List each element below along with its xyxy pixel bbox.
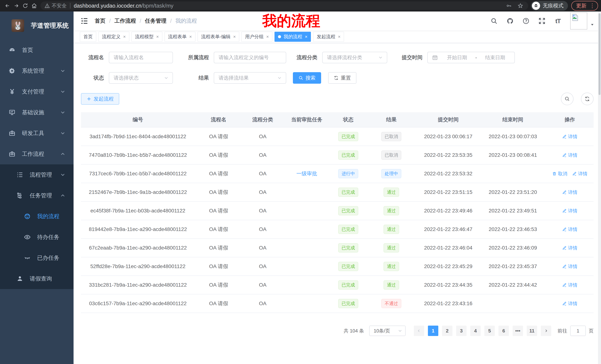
reset-button[interactable]: 重置 — [328, 72, 356, 84]
action-详情[interactable]: 详情 — [562, 301, 577, 307]
sidebar-item-首页[interactable]: 首页 — [0, 40, 74, 60]
tab-流程表单-编辑[interactable]: 流程表单-编辑 × — [198, 32, 239, 42]
cell-process-name: OA 请假 — [195, 263, 242, 270]
page-button-6[interactable]: 6 — [499, 326, 509, 336]
password-key-icon[interactable] — [505, 2, 513, 10]
filter-select[interactable]: 请选择状态 — [109, 72, 173, 84]
page-ellipsis[interactable]: ••• — [513, 326, 523, 336]
close-icon[interactable]: × — [338, 35, 341, 39]
browser-home-icon[interactable] — [30, 1, 39, 10]
browser-back-icon[interactable] — [3, 1, 12, 10]
table-row: 2152467e-7b9b-11ec-9a1b-acde48001122OA 请… — [81, 183, 594, 202]
task-link[interactable]: 一级审批 — [296, 170, 317, 177]
tab-用户分组[interactable]: 用户分组 × — [241, 32, 272, 42]
sidebar-item-研发工具[interactable]: 研发工具 — [0, 123, 74, 144]
action-详情[interactable]: 详情 — [562, 263, 577, 269]
page-button-11[interactable]: 11 — [527, 326, 537, 336]
avatar-caret-icon[interactable] — [590, 23, 594, 27]
avatar[interactable] — [570, 12, 587, 29]
filter-select[interactable]: 请选择流结果 — [214, 72, 286, 84]
search-button[interactable]: 搜索 — [293, 72, 321, 84]
breadcrumb-item[interactable]: 首页 — [95, 17, 105, 25]
refresh-icon — [334, 76, 339, 80]
close-icon[interactable]: × — [305, 35, 307, 39]
browser-reload-icon[interactable] — [21, 1, 30, 10]
sidebar-item-支付管理[interactable]: 支付管理 — [0, 81, 74, 102]
face-icon — [24, 213, 31, 220]
page-size-select[interactable]: 10条/页 — [369, 326, 406, 336]
font-size-icon[interactable]: tT — [554, 17, 562, 25]
breadcrumb-item[interactable]: 任务管理 — [145, 17, 166, 25]
page-button-5[interactable]: 5 — [484, 326, 495, 336]
security-warning[interactable]: 不安全 — [45, 2, 67, 9]
date-range-picker[interactable]: 开始日期-结束日期 — [427, 52, 515, 63]
table-search-toggle-button[interactable] — [561, 93, 573, 105]
browser-update-button[interactable]: 更新 ⋮ — [571, 1, 598, 10]
chevron-down-icon — [60, 130, 66, 136]
action-详情[interactable]: 详情 — [562, 226, 577, 232]
tab-发起流程[interactable]: 发起流程 × — [313, 32, 344, 42]
action-详情[interactable]: 详情 — [562, 282, 577, 288]
goto-page-input[interactable] — [570, 326, 586, 336]
close-icon[interactable]: × — [233, 35, 236, 39]
browser-menu-dots-icon[interactable]: ⋮ — [590, 3, 595, 9]
sidebar-item-任务管理[interactable]: 任务管理 — [0, 185, 74, 206]
sidebar-item-基础设施[interactable]: 基础设施 — [0, 102, 74, 123]
action-详情[interactable]: 详情 — [562, 152, 577, 158]
action-详情[interactable]: 详情 — [562, 189, 577, 195]
action-详情[interactable]: 详情 — [562, 134, 577, 140]
action-取消[interactable]: 取消 — [552, 171, 567, 177]
cell-submit-time: 2022-01-22 23:46:04 — [417, 245, 480, 251]
scrollbar-thumb[interactable] — [599, 13, 601, 95]
bookmark-star-icon[interactable] — [517, 2, 524, 10]
close-icon[interactable]: × — [123, 35, 126, 39]
github-icon[interactable] — [506, 17, 514, 25]
page-button-3[interactable]: 3 — [456, 326, 467, 336]
cell-process-name: OA 请假 — [195, 244, 242, 251]
edit-icon — [572, 172, 577, 176]
action-详情[interactable]: 详情 — [562, 208, 577, 214]
pagination-total: 共 104 条 — [344, 328, 364, 334]
close-icon[interactable]: × — [266, 35, 269, 39]
sidebar-logo-row[interactable]: 🐰 芋道管理系统 — [0, 11, 74, 40]
page-button-1[interactable]: 1 — [428, 326, 438, 336]
url-bar[interactable]: 不安全 dashboard.yudao.iocoder.cn/bpm/task/… — [40, 1, 528, 10]
tab-首页[interactable]: 首页 — [80, 32, 96, 42]
sidebar-item-已办任务[interactable]: 已办任务 — [0, 248, 74, 268]
sidebar-item-系统管理[interactable]: 系统管理 — [0, 60, 74, 81]
sidebar-item-请假查询[interactable]: 请假查询 — [0, 268, 74, 289]
filter-select[interactable]: 请选择流程分类 — [322, 52, 387, 63]
browser-forward-icon[interactable] — [12, 1, 21, 10]
close-icon[interactable]: × — [189, 35, 192, 39]
header-search-icon[interactable] — [490, 17, 498, 25]
prev-page-button[interactable] — [414, 326, 424, 336]
breadcrumb-item[interactable]: 工作流程 — [114, 17, 136, 25]
sidebar-item-待办任务[interactable]: 待办任务 — [0, 227, 74, 248]
cell-id: 819442e8-7b9a-11ec-a290-acde48001122 — [81, 226, 195, 232]
sidebar-item-流程管理[interactable]: 流程管理 — [0, 164, 74, 185]
close-icon[interactable]: × — [156, 35, 159, 39]
page-button-4[interactable]: 4 — [470, 326, 481, 336]
edit-icon — [562, 301, 567, 306]
sidebar-item-我的流程[interactable]: 我的流程 — [0, 206, 74, 227]
cell-end-time: 2022-01-22 23:51:20 — [480, 189, 546, 195]
sidebar-item-工作流程[interactable]: 工作流程 — [0, 144, 74, 164]
tab-流程表单[interactable]: 流程表单 × — [165, 32, 195, 42]
window-scrollbar[interactable] — [598, 11, 601, 364]
help-icon[interactable] — [522, 17, 530, 25]
table-refresh-button[interactable] — [581, 93, 594, 105]
page-button-2[interactable]: 2 — [442, 326, 452, 336]
sidebar-collapse-icon[interactable] — [80, 17, 88, 25]
create-process-button[interactable]: 发起流程 — [81, 93, 119, 105]
tab-流程模型[interactable]: 流程模型 × — [131, 32, 162, 42]
chevron-left-icon — [417, 329, 421, 333]
tab-我的流程[interactable]: 我的流程 × — [274, 32, 311, 42]
tab-流程定义[interactable]: 流程定义 × — [99, 32, 129, 42]
filter-input[interactable] — [109, 52, 173, 63]
action-详情[interactable]: 详情 — [562, 245, 577, 251]
filter-input[interactable] — [214, 52, 286, 63]
fullscreen-icon[interactable] — [538, 17, 546, 25]
table-header-row: 编号流程名流程分类当前审批任务状态结果提交时间结束时间操作 — [81, 112, 594, 127]
action-详情[interactable]: 详情 — [572, 171, 587, 177]
next-page-button[interactable] — [541, 326, 551, 336]
